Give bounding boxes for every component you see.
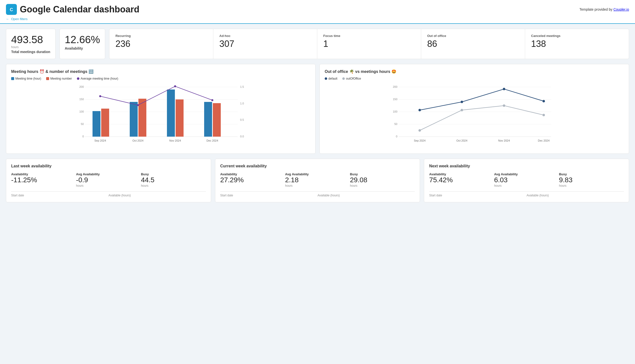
svg-text:50: 50	[394, 122, 397, 126]
last-week-col2: Available (hours)	[108, 194, 206, 197]
default-dot-oct	[461, 101, 463, 103]
ooo-line	[420, 106, 544, 130]
page-title: Google Calendar dashboard	[20, 4, 139, 15]
legend-default-dot	[325, 77, 327, 80]
svg-text:Nov 2024: Nov 2024	[498, 139, 510, 142]
current-week-busy-value: 29.08	[350, 176, 415, 184]
meeting-hours-chart: Meeting hours ⏰ & number of meetings 🔢 M…	[6, 64, 316, 154]
out-of-office-segment: Out of office 86	[421, 29, 525, 59]
svg-text:200: 200	[393, 85, 397, 88]
default-dot-dec	[542, 100, 545, 102]
total-hours-unit: hours	[11, 46, 50, 49]
next-week-metrics: Availability 75.42% Avg Availability 6.0…	[429, 172, 624, 188]
legend-meeting-time: Meeting time (hour)	[11, 77, 41, 80]
svg-text:0.0: 0.0	[240, 135, 244, 138]
legend-avg-time-dot	[77, 77, 79, 80]
open-filters-link[interactable]: ← Open filters	[6, 17, 28, 23]
chart2-legend: default outOfOffice	[325, 77, 624, 80]
last-week-availability-card: Last week availability Availability -11.…	[6, 159, 211, 202]
bar-sep-time	[93, 111, 101, 136]
chart2-svg: 200 150 100 50 0	[325, 83, 624, 148]
last-week-availability-value: -11.25%	[11, 176, 76, 184]
svg-text:Nov 2024: Nov 2024	[169, 139, 181, 142]
legend-meeting-number: Meeting number	[46, 77, 72, 80]
default-dot-sep	[418, 109, 421, 111]
last-week-busy-metric: Busy 44.5 hours	[141, 172, 206, 188]
main-content: 493.58 hours Total meetings duration 12.…	[0, 24, 635, 207]
adhoc-segment: Ad-hoc 307	[213, 29, 317, 59]
total-hours-value: 493.58	[11, 34, 50, 46]
logo-area: C Google Calendar dashboard	[6, 4, 139, 15]
bar-dec-time	[204, 102, 212, 136]
svg-text:150: 150	[79, 98, 84, 101]
current-week-avg-unit: hours	[285, 184, 350, 188]
chart1-title: Meeting hours ⏰ & number of meetings 🔢	[11, 69, 310, 74]
avg-dot-dec	[211, 99, 213, 101]
current-week-avg-value: 2.18	[285, 176, 350, 184]
next-week-table-header: Start date Available (hours)	[429, 192, 624, 197]
last-week-avg-metric: Avg Availability -0.9 hours	[76, 172, 141, 188]
svg-text:Oct 2024: Oct 2024	[133, 139, 144, 142]
svg-text:Sep 2024: Sep 2024	[414, 139, 425, 142]
ooo-dot-oct	[461, 109, 463, 111]
focus-time-segment: Focus time 1	[317, 29, 421, 59]
svg-text:150: 150	[393, 98, 397, 101]
next-week-busy-unit: hours	[559, 184, 624, 188]
current-week-title: Current week availability	[220, 164, 415, 168]
legend-out-of-office: outOfOffice	[342, 77, 361, 80]
avg-dot-oct	[137, 104, 139, 106]
next-week-availability-card: Next week availability Availability 75.4…	[424, 159, 629, 202]
last-week-busy-unit: hours	[141, 184, 206, 188]
svg-text:0: 0	[82, 135, 84, 138]
header: C Google Calendar dashboard Template pro…	[0, 0, 635, 24]
avg-dot-nov	[174, 85, 176, 87]
recurring-segment: Recurring 236	[109, 29, 213, 59]
next-week-availability-value: 75.42%	[429, 176, 494, 184]
svg-text:Oct 2024: Oct 2024	[456, 139, 468, 142]
next-week-avg-metric: Avg Availability 6.03 hours	[494, 172, 559, 188]
total-duration-card: 493.58 hours Total meetings duration	[6, 29, 56, 59]
svg-text:200: 200	[79, 85, 84, 88]
svg-text:0: 0	[396, 135, 397, 138]
chart1-svg: 200 150 100 50 0 1.5 1.0 0.5 0.0	[11, 83, 310, 148]
last-week-busy-value: 44.5	[141, 176, 206, 184]
svg-text:100: 100	[393, 110, 397, 113]
current-week-avg-metric: Avg Availability 2.18 hours	[285, 172, 350, 188]
legend-default: default	[325, 77, 337, 80]
chart1-legend: Meeting time (hour) Meeting number Avera…	[11, 77, 310, 80]
svg-text:Sep 2024: Sep 2024	[94, 139, 106, 142]
next-week-busy-metric: Busy 9.83 hours	[559, 172, 624, 188]
last-week-avg-value: -0.9	[76, 176, 141, 184]
bar-dec-number	[213, 103, 221, 136]
current-week-busy-unit: hours	[350, 184, 415, 188]
svg-text:1.0: 1.0	[240, 102, 244, 105]
next-week-col2: Available (hours)	[527, 194, 624, 197]
svg-text:Dec 2024: Dec 2024	[538, 139, 549, 142]
bar-sep-number	[101, 108, 109, 136]
next-week-avg-value: 6.03	[494, 176, 559, 184]
avg-dot-sep	[99, 95, 101, 97]
bar-nov-number	[176, 100, 184, 136]
last-week-avg-unit: hours	[76, 184, 141, 188]
availability-row: Last week availability Availability -11.…	[6, 159, 629, 202]
template-info: Template provided by Coupler.io	[579, 8, 629, 12]
next-week-col1: Start date	[429, 194, 526, 197]
current-week-availability-card: Current week availability Availability 2…	[215, 159, 420, 202]
next-week-busy-value: 9.83	[559, 176, 624, 184]
default-dot-nov	[503, 88, 505, 90]
bar-oct-time	[130, 102, 138, 136]
svg-text:50: 50	[81, 122, 84, 126]
ooo-dot-dec	[542, 114, 545, 116]
chart2-title: Out of office 🌴 vs meetings hours 🤩	[325, 69, 624, 74]
last-week-table-header: Start date Available (hours)	[11, 192, 206, 197]
charts-row: Meeting hours ⏰ & number of meetings 🔢 M…	[6, 64, 629, 154]
coupler-link[interactable]: Coupler.io	[613, 8, 629, 12]
current-week-metrics: Availability 27.29% Avg Availability 2.1…	[220, 172, 415, 188]
last-week-availability-metric: Availability -11.25%	[11, 172, 76, 188]
segment-group: Recurring 236 Ad-hoc 307 Focus time 1 Ou…	[109, 29, 629, 59]
avg-line	[100, 86, 212, 105]
legend-out-of-office-dot	[342, 77, 345, 80]
svg-text:C: C	[10, 7, 13, 12]
svg-text:1.5: 1.5	[240, 85, 244, 88]
app-logo: C	[6, 4, 17, 15]
